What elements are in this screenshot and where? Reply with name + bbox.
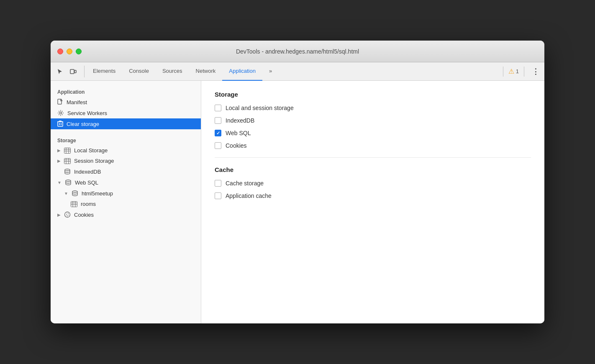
cache-section-title: Cache (215, 166, 531, 173)
checkbox-web-sql[interactable] (215, 130, 221, 136)
toolbar-icons (54, 66, 85, 77)
svg-point-18 (66, 180, 71, 182)
svg-point-29 (66, 215, 66, 216)
checkbox-item-cache-storage[interactable]: Cache storage (215, 180, 531, 187)
checkbox-cookies[interactable] (215, 142, 221, 149)
storage-section-header: Storage (51, 134, 201, 145)
clear-storage-label: Clear storage (67, 121, 99, 127)
web-sql-label: Web SQL (75, 179, 98, 186)
more-options-button[interactable]: ⋮ (529, 66, 541, 77)
minimize-button[interactable] (67, 49, 72, 54)
sidebar-item-service-workers[interactable]: Service Workers (51, 108, 201, 118)
tab-network[interactable]: Network (189, 62, 223, 81)
tab-elements[interactable]: Elements (86, 62, 122, 81)
db-icon3 (72, 190, 78, 197)
table-icon3 (71, 201, 77, 207)
indexeddb-label: IndexedDB (226, 117, 254, 124)
file-icon (57, 99, 63, 105)
db-icon (64, 168, 71, 175)
toolbar-divider (503, 67, 503, 77)
toolbar-right: ⚠ 1 ⋮ (498, 66, 541, 77)
chevron-right-icon3: ▶ (57, 213, 61, 217)
rooms-label: rooms (81, 201, 96, 207)
main-content: Application Manifest (51, 81, 544, 323)
section-divider (215, 157, 531, 158)
svg-rect-12 (64, 158, 71, 164)
svg-point-30 (68, 215, 69, 215)
toolbar: Elements Console Sources Network Applica… (51, 62, 544, 81)
app-cache-label: Application cache (226, 192, 272, 199)
tab-bar: Elements Console Sources Network Applica… (86, 62, 498, 81)
svg-rect-7 (64, 148, 71, 153)
checkbox-item-cookies[interactable]: Cookies (215, 142, 531, 149)
checkbox-item-indexeddb[interactable]: IndexedDB (215, 117, 531, 124)
tab-console[interactable]: Console (122, 62, 156, 81)
sidebar-item-web-sql[interactable]: ▼ Web SQL (51, 177, 201, 188)
sidebar-item-local-storage[interactable]: ▶ Local Storage (51, 145, 201, 156)
svg-rect-20 (71, 201, 77, 207)
sidebar-item-manifest[interactable]: Manifest (51, 97, 201, 108)
warning-icon: ⚠ (508, 67, 514, 75)
cache-storage-label: Cache storage (226, 180, 264, 187)
traffic-lights (57, 49, 82, 54)
table-icon2 (64, 158, 71, 164)
table-icon (64, 148, 71, 154)
content-panel: Storage Local and session storage Indexe… (201, 81, 544, 323)
toolbar-divider2 (524, 67, 524, 77)
gear-icon (57, 110, 64, 116)
chevron-down-icon2: ▼ (64, 191, 68, 196)
svg-rect-4 (58, 122, 63, 126)
cookies-label: Cookies (226, 142, 247, 149)
web-sql-label: Web SQL (226, 130, 251, 136)
sidebar-item-clear-storage[interactable]: Clear storage (51, 118, 201, 129)
svg-point-17 (65, 169, 70, 171)
warning-count: 1 (516, 68, 519, 74)
chevron-down-icon: ▼ (57, 180, 62, 185)
checkbox-item-web-sql[interactable]: Web SQL (215, 130, 531, 136)
indexeddb-label: IndexedDB (74, 169, 101, 175)
tab-more[interactable]: » (262, 62, 279, 81)
session-storage-label: Session Storage (74, 158, 114, 164)
tab-sources[interactable]: Sources (156, 62, 189, 81)
svg-rect-1 (74, 70, 76, 73)
svg-point-26 (66, 214, 67, 215)
sidebar-item-html5meetup[interactable]: ▼ html5meetup (51, 188, 201, 199)
chevron-right-icon2: ▶ (57, 159, 61, 163)
html5meetup-label: html5meetup (82, 190, 113, 197)
tab-application[interactable]: Application (222, 62, 262, 81)
device-toolbar-icon[interactable] (67, 66, 79, 77)
checkbox-indexeddb[interactable] (215, 117, 221, 124)
svg-point-19 (72, 191, 77, 192)
checkbox-local-session-storage[interactable] (215, 105, 221, 111)
checkbox-cache-storage[interactable] (215, 180, 221, 187)
application-section-header: Application (51, 86, 201, 97)
cookie-icon (64, 211, 71, 218)
svg-point-3 (60, 112, 62, 114)
storage-section-title: Storage (215, 91, 531, 98)
svg-rect-0 (70, 69, 74, 74)
cookies-label: Cookies (74, 212, 94, 218)
trash-icon (57, 120, 63, 127)
chevron-right-icon: ▶ (57, 148, 61, 153)
sidebar-item-rooms[interactable]: rooms (51, 199, 201, 209)
sidebar-item-indexeddb[interactable]: IndexedDB (51, 166, 201, 177)
sidebar-item-session-storage[interactable]: ▶ Session Storage (51, 156, 201, 166)
titlebar: DevTools - andrew.hedges.name/html5/sql.… (51, 41, 544, 62)
storage-checkbox-group: Local and session storage IndexedDB Web … (215, 105, 531, 149)
local-session-storage-label: Local and session storage (226, 105, 294, 111)
manifest-label: Manifest (67, 99, 87, 105)
devtools-window: DevTools - andrew.hedges.name/html5/sql.… (51, 41, 544, 323)
close-button[interactable] (57, 49, 63, 54)
checkbox-app-cache[interactable] (215, 192, 221, 199)
db-icon2 (65, 179, 72, 186)
local-storage-label: Local Storage (74, 147, 108, 154)
warning-badge[interactable]: ⚠ 1 (508, 67, 519, 75)
svg-point-28 (67, 215, 68, 216)
checkbox-item-local-session[interactable]: Local and session storage (215, 105, 531, 111)
cursor-icon[interactable] (54, 66, 66, 77)
maximize-button[interactable] (76, 49, 82, 54)
service-workers-label: Service Workers (67, 110, 107, 116)
checkbox-item-app-cache[interactable]: Application cache (215, 192, 531, 199)
cache-checkbox-group: Cache storage Application cache (215, 180, 531, 199)
sidebar-item-cookies[interactable]: ▶ Cookies (51, 209, 201, 220)
